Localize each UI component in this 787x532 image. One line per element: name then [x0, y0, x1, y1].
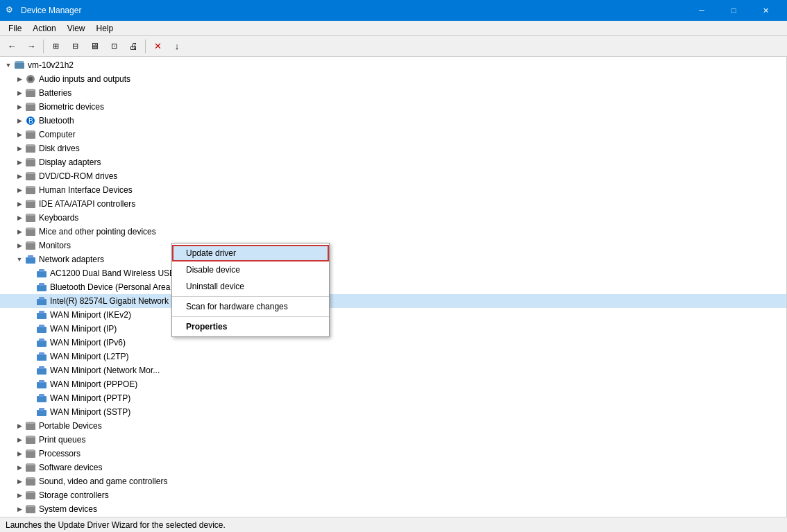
expand-btn-mice[interactable]: ▶	[14, 226, 25, 237]
tree-item-dvd[interactable]: ▶DVD/CD-ROM drives	[0, 169, 786, 183]
expand-btn-disk[interactable]: ▶	[14, 143, 25, 154]
expand-btn-bluetooth[interactable]: ▶	[14, 115, 25, 126]
expand-btn-software[interactable]: ▶	[14, 462, 25, 473]
expand-btn-proc[interactable]: ▶	[14, 448, 25, 459]
menu-action[interactable]: Action	[27, 22, 61, 35]
tree-item-net8[interactable]: WAN Miniport (Network Mor...	[0, 363, 786, 377]
tree-item-hid[interactable]: ▶Human Interface Devices	[0, 183, 786, 197]
toolbar-forward[interactable]: →	[22, 38, 40, 55]
item-icon-portable	[25, 420, 36, 431]
item-icon-net1	[36, 268, 47, 279]
tree-item-system[interactable]: ▶System devices	[0, 502, 786, 516]
tree-item-bluetooth[interactable]: ▶BBluetooth	[0, 114, 786, 128]
svg-rect-15	[26, 158, 35, 160]
tree-item-monitors[interactable]: ▶Monitors	[0, 239, 786, 252]
item-icon-mice	[25, 226, 36, 237]
tree-item-print[interactable]: ▶Print queues	[0, 433, 786, 447]
expand-btn-net6	[25, 337, 36, 348]
close-button[interactable]: ✕	[750, 0, 781, 21]
device-tree[interactable]: ▼vm-10v21h2▶Audio inputs and outputs▶Bat…	[0, 57, 787, 517]
expand-btn-net5	[25, 323, 36, 334]
item-icon-monitors	[25, 240, 36, 251]
expand-btn-monitors[interactable]: ▶	[14, 240, 25, 251]
tree-item-mice[interactable]: ▶Mice and other pointing devices	[0, 225, 786, 239]
tree-item-sound[interactable]: ▶Sound, video and game controllers	[0, 474, 786, 488]
tree-item-biometric[interactable]: ▶Biometric devices	[0, 100, 786, 114]
item-icon-net10	[36, 393, 47, 404]
svg-rect-41	[39, 338, 44, 341]
expand-btn-keyboards[interactable]: ▶	[14, 212, 25, 223]
svg-rect-59	[26, 463, 35, 465]
tree-item-display[interactable]: ▶Display adapters	[0, 155, 786, 169]
tree-item-keyboards[interactable]: ▶Keyboards	[0, 211, 786, 225]
tree-item-root[interactable]: ▼vm-10v21h2	[0, 58, 786, 72]
context-menu-item-properties[interactable]: Properties	[172, 318, 329, 335]
tree-item-net1[interactable]: AC1200 Dual Band Wireless USB Adapter	[0, 266, 786, 280]
context-menu-item-disable-device[interactable]: Disable device	[172, 261, 329, 278]
expand-btn-computer[interactable]: ▶	[14, 129, 25, 140]
tree-item-net7[interactable]: WAN Miniport (L2TP)	[0, 350, 786, 363]
toolbar-properties[interactable]: ⊞	[46, 38, 65, 55]
expand-btn-audio[interactable]: ▶	[14, 74, 25, 85]
expand-btn-network[interactable]: ▼	[14, 254, 25, 265]
toolbar-update[interactable]: ⊟	[66, 38, 84, 55]
toolbar-scan[interactable]: ⊡	[105, 38, 123, 55]
item-icon-ide	[25, 198, 36, 209]
svg-rect-37	[39, 311, 44, 314]
context-menu-item-update-driver[interactable]: Update driver	[172, 245, 329, 261]
tree-item-net9[interactable]: WAN Miniport (PPPOE)	[0, 377, 786, 391]
item-label-net8: WAN Miniport (Network Mor...	[50, 366, 160, 375]
tree-item-net11[interactable]: WAN Miniport (SSTP)	[0, 405, 786, 419]
expand-btn-display[interactable]: ▶	[14, 157, 25, 168]
context-menu-item-uninstall-device[interactable]: Uninstall device	[172, 278, 329, 295]
expand-btn-sound[interactable]: ▶	[14, 476, 25, 487]
minimize-button[interactable]: ─	[686, 0, 718, 21]
expand-btn-storage[interactable]: ▶	[14, 490, 25, 501]
tree-item-ide[interactable]: ▶IDE ATA/ATAPI controllers	[0, 197, 786, 211]
expand-btn-biometric[interactable]: ▶	[14, 101, 25, 112]
tree-item-audio[interactable]: ▶Audio inputs and outputs	[0, 72, 786, 86]
tree-item-net4[interactable]: WAN Miniport (IKEv2)	[0, 308, 786, 322]
tree-item-network[interactable]: ▼Network adapters	[0, 252, 786, 266]
toolbar-back[interactable]: ←	[3, 38, 21, 55]
tree-item-net5[interactable]: WAN Miniport (IP)	[0, 322, 786, 336]
status-bar: Launches the Update Driver Wizard for th…	[0, 517, 787, 532]
tree-item-computer[interactable]: ▶Computer	[0, 128, 786, 141]
item-label-audio: Audio inputs and outputs	[39, 74, 130, 84]
menu-view[interactable]: View	[62, 22, 91, 35]
item-label-mice: Mice and other pointing devices	[39, 227, 156, 237]
item-label-system: System devices	[39, 504, 97, 514]
tree-item-usb[interactable]: ▶Universal Serial Bus controllers	[0, 516, 786, 517]
tree-item-storage[interactable]: ▶Storage controllers	[0, 488, 786, 502]
item-icon-biometric	[25, 101, 36, 112]
expand-btn-system[interactable]: ▶	[14, 504, 25, 515]
tree-item-portable[interactable]: ▶Portable Devices	[0, 419, 786, 433]
expand-btn-net3	[25, 295, 36, 307]
expand-btn-dvd[interactable]: ▶	[14, 171, 25, 182]
toolbar-computer[interactable]: 🖥	[85, 38, 103, 55]
expand-btn-hid[interactable]: ▶	[14, 185, 25, 196]
item-icon-net5	[36, 323, 47, 334]
toolbar-print[interactable]: 🖨	[124, 38, 142, 55]
toolbar-remove[interactable]: ✕	[149, 38, 167, 55]
tree-item-net6[interactable]: WAN Miniport (IPv6)	[0, 336, 786, 350]
maximize-button[interactable]: □	[718, 0, 750, 21]
expand-btn-print[interactable]: ▶	[14, 434, 25, 445]
tree-item-batteries[interactable]: ▶Batteries	[0, 86, 786, 100]
tree-item-disk[interactable]: ▶Disk drives	[0, 141, 786, 155]
menu-help[interactable]: Help	[91, 22, 119, 35]
expand-btn-net11	[25, 406, 36, 418]
tree-item-net2[interactable]: Bluetooth Device (Personal Area Network)	[0, 280, 786, 294]
menu-file[interactable]: File	[3, 22, 27, 35]
tree-item-net3[interactable]: Intel(R) 82574L Gigabit Network Connecti…	[0, 294, 786, 308]
toolbar-download[interactable]: ↓	[168, 38, 186, 55]
tree-item-proc[interactable]: ▶Processors	[0, 447, 786, 461]
expand-btn-root[interactable]: ▼	[3, 60, 14, 71]
expand-btn-ide[interactable]: ▶	[14, 198, 25, 209]
expand-btn-portable[interactable]: ▶	[14, 420, 25, 431]
expand-btn-batteries[interactable]: ▶	[14, 87, 25, 98]
tree-item-software[interactable]: ▶Software devices	[0, 461, 786, 474]
svg-rect-38	[37, 327, 46, 333]
context-menu-item-scan-hardware[interactable]: Scan for hardware changes	[172, 298, 329, 315]
tree-item-net10[interactable]: WAN Miniport (PPTP)	[0, 391, 786, 405]
